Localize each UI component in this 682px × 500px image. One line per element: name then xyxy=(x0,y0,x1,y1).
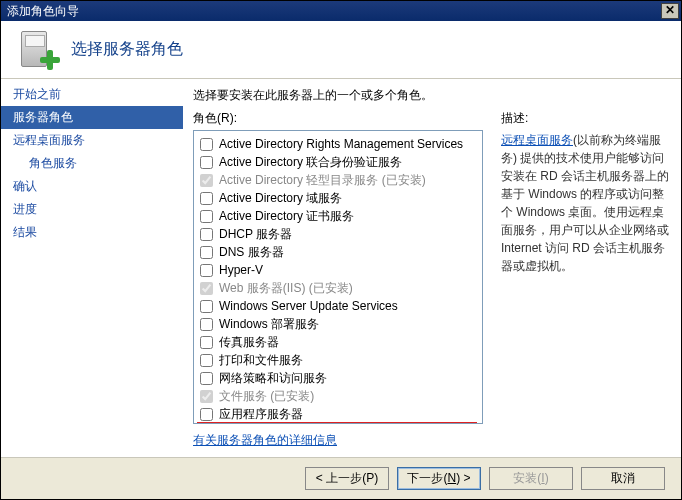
role-row[interactable]: Windows Server Update Services xyxy=(200,297,476,315)
description-link[interactable]: 远程桌面服务 xyxy=(501,133,573,147)
role-label: 远程桌面服务 xyxy=(219,424,291,425)
sidebar-step[interactable]: 进度 xyxy=(1,198,183,221)
role-checkbox xyxy=(200,174,213,187)
role-checkbox[interactable] xyxy=(200,318,213,331)
role-checkbox[interactable] xyxy=(200,372,213,385)
role-checkbox[interactable] xyxy=(200,210,213,223)
install-button: 安装(I) xyxy=(489,467,573,490)
sidebar-step[interactable]: 确认 xyxy=(1,175,183,198)
role-label: Active Directory 轻型目录服务 (已安装) xyxy=(219,172,426,189)
sidebar-step[interactable]: 结果 xyxy=(1,221,183,244)
role-label: Active Directory 域服务 xyxy=(219,190,342,207)
role-row[interactable]: Active Directory 联合身份验证服务 xyxy=(200,153,476,171)
role-checkbox[interactable] xyxy=(200,156,213,169)
role-checkbox[interactable] xyxy=(200,192,213,205)
role-checkbox[interactable] xyxy=(200,246,213,259)
role-checkbox[interactable] xyxy=(200,300,213,313)
role-label: 网络策略和访问服务 xyxy=(219,370,327,387)
main-panel: 选择要安装在此服务器上的一个或多个角色。 角色(R): Active Direc… xyxy=(183,79,681,457)
sidebar-step[interactable]: 远程桌面服务 xyxy=(1,129,183,152)
cancel-button[interactable]: 取消 xyxy=(581,467,665,490)
role-checkbox[interactable] xyxy=(200,354,213,367)
role-row[interactable]: Active Directory 证书服务 xyxy=(200,207,476,225)
role-row[interactable]: 应用程序服务器 xyxy=(200,405,476,423)
description-column: 描述: 远程桌面服务(以前称为终端服务) 提供的技术使用户能够访问安装在 RD … xyxy=(501,110,671,449)
role-label: Active Directory 证书服务 xyxy=(219,208,354,225)
role-checkbox[interactable] xyxy=(200,138,213,151)
more-info-link-container: 有关服务器角色的详细信息 xyxy=(193,432,483,449)
next-button[interactable]: 下一步(N) > xyxy=(397,467,481,490)
role-checkbox[interactable] xyxy=(200,408,213,421)
sidebar-step[interactable]: 开始之前 xyxy=(1,83,183,106)
server-add-icon xyxy=(19,29,59,71)
role-row: Active Directory 轻型目录服务 (已安装) xyxy=(200,171,476,189)
window-title: 添加角色向导 xyxy=(7,3,661,20)
wizard-window: 添加角色向导 ✕ 选择服务器角色 开始之前服务器角色远程桌面服务角色服务确认进度… xyxy=(0,0,682,500)
sidebar-step[interactable]: 服务器角色 xyxy=(1,106,183,129)
role-checkbox xyxy=(200,282,213,295)
role-row: 文件服务 (已安装) xyxy=(200,387,476,405)
titlebar: 添加角色向导 ✕ xyxy=(1,1,681,21)
role-label: Windows 部署服务 xyxy=(219,316,319,333)
role-row[interactable]: Hyper-V xyxy=(200,261,476,279)
role-row[interactable]: Active Directory Rights Management Servi… xyxy=(200,135,476,153)
role-label: 文件服务 (已安装) xyxy=(219,388,314,405)
role-checkbox[interactable] xyxy=(200,336,213,349)
prev-button[interactable]: < 上一步(P) xyxy=(305,467,389,490)
role-label: 传真服务器 xyxy=(219,334,279,351)
role-checkbox[interactable] xyxy=(200,264,213,277)
role-checkbox[interactable] xyxy=(200,228,213,241)
role-checkbox xyxy=(200,390,213,403)
description-body: (以前称为终端服务) 提供的技术使用户能够访问安装在 RD 会话主机服务器上的基… xyxy=(501,133,669,273)
sidebar-step[interactable]: 角色服务 xyxy=(1,152,183,175)
instruction-text: 选择要安装在此服务器上的一个或多个角色。 xyxy=(193,87,671,104)
wizard-header: 选择服务器角色 xyxy=(1,21,681,79)
role-label: Active Directory 联合身份验证服务 xyxy=(219,154,402,171)
role-row[interactable]: 网络策略和访问服务 xyxy=(200,369,476,387)
role-row[interactable]: 打印和文件服务 xyxy=(200,351,476,369)
role-label: 打印和文件服务 xyxy=(219,352,303,369)
role-label: DHCP 服务器 xyxy=(219,226,292,243)
wizard-body: 开始之前服务器角色远程桌面服务角色服务确认进度结果 选择要安装在此服务器上的一个… xyxy=(1,79,681,457)
role-row[interactable]: DHCP 服务器 xyxy=(200,225,476,243)
role-label: Windows Server Update Services xyxy=(219,299,398,313)
role-label: Active Directory Rights Management Servi… xyxy=(219,137,463,151)
wizard-footer: < 上一步(P) 下一步(N) > 安装(I) 取消 xyxy=(1,457,681,499)
roles-listbox[interactable]: Active Directory Rights Management Servi… xyxy=(193,130,483,424)
role-label: Hyper-V xyxy=(219,263,263,277)
description-text: 远程桌面服务(以前称为终端服务) 提供的技术使用户能够访问安装在 RD 会话主机… xyxy=(501,131,671,275)
role-label: 应用程序服务器 xyxy=(219,406,303,423)
role-row[interactable]: 远程桌面服务 xyxy=(198,423,476,424)
role-label: Web 服务器(IIS) (已安装) xyxy=(219,280,353,297)
roles-column: 角色(R): Active Directory Rights Managemen… xyxy=(193,110,483,449)
more-info-link[interactable]: 有关服务器角色的详细信息 xyxy=(193,433,337,447)
role-row[interactable]: DNS 服务器 xyxy=(200,243,476,261)
role-row[interactable]: Windows 部署服务 xyxy=(200,315,476,333)
role-row: Web 服务器(IIS) (已安装) xyxy=(200,279,476,297)
role-label: DNS 服务器 xyxy=(219,244,284,261)
role-row[interactable]: Active Directory 域服务 xyxy=(200,189,476,207)
description-label: 描述: xyxy=(501,110,671,127)
roles-label: 角色(R): xyxy=(193,110,483,127)
role-row[interactable]: 传真服务器 xyxy=(200,333,476,351)
steps-sidebar: 开始之前服务器角色远程桌面服务角色服务确认进度结果 xyxy=(1,79,183,457)
page-title: 选择服务器角色 xyxy=(71,39,183,60)
close-button[interactable]: ✕ xyxy=(661,3,679,19)
